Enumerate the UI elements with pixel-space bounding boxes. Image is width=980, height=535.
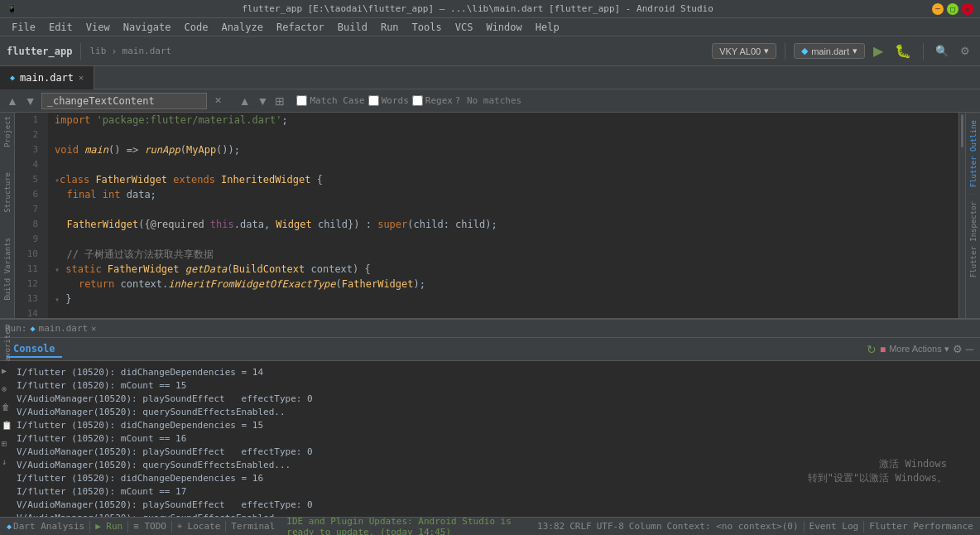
editor-area: Project Structure Build Variants Favorit… — [0, 113, 980, 318]
line-num-13: 13 — [15, 292, 43, 306]
vertical-scrollbar[interactable] — [958, 113, 965, 318]
search-everywhere-button[interactable]: 🔍 — [932, 43, 952, 59]
project-icon[interactable]: Project — [3, 116, 12, 147]
menu-tools[interactable]: Tools — [406, 20, 449, 35]
chevron-down-icon2: ▾ — [853, 46, 858, 56]
activation-line1: 激活 Windows — [808, 457, 947, 471]
run-button[interactable]: ▶ — [870, 43, 886, 59]
vky-device-button[interactable]: VKY AL00 ▾ — [712, 43, 776, 59]
minimize-button[interactable]: ─ — [932, 3, 944, 15]
code-line-10: // 子树通过该方法获取共享数据 — [55, 247, 952, 262]
search-down-button[interactable]: ▼ — [256, 94, 271, 108]
separator-status3 — [171, 521, 172, 533]
words-checkbox[interactable] — [368, 95, 379, 106]
line-num-11: 11 — [15, 262, 43, 277]
favorites-icon[interactable]: Favorites — [3, 325, 12, 366]
flutter-outline-tab[interactable]: Flutter Outline — [968, 113, 979, 194]
line-num-8: 8 — [15, 217, 43, 232]
console-minimize-button[interactable]: ─ — [966, 343, 973, 355]
menu-refactor[interactable]: Refactor — [270, 20, 331, 35]
build-variants-icon[interactable]: Build Variants — [3, 238, 12, 301]
maximize-button[interactable]: □ — [947, 3, 958, 15]
match-case-label[interactable]: Match Case — [296, 95, 364, 106]
console-line: I/flutter (10520): didChangeDependencies… — [17, 419, 977, 432]
settings-button[interactable]: ⚙ — [957, 43, 973, 59]
tab-main-dart[interactable]: ◆ main.dart ✕ — [0, 66, 94, 89]
debug-button[interactable]: 🐛 — [891, 43, 915, 59]
run-config-button[interactable]: ◆ main.dart ▾ — [794, 43, 865, 59]
code-line-2 — [55, 128, 952, 142]
line-num-6: 6 — [15, 187, 43, 202]
search-up-button[interactable]: ▲ — [238, 94, 252, 108]
separator2: › — [111, 46, 117, 57]
match-case-checkbox[interactable] — [296, 95, 307, 106]
console-line: I/flutter (10520): mCount == 15 — [17, 379, 977, 393]
left-sidebar: Project Structure Build Variants Favorit… — [0, 113, 15, 318]
more-actions-button[interactable]: More Actions ▾ — [889, 344, 949, 354]
flutter-performance-btn[interactable]: Flutter Performance — [869, 521, 973, 532]
search-close-button[interactable]: ✕ — [210, 94, 226, 108]
code-editor[interactable]: import 'package:flutter/material.dart'; … — [48, 113, 958, 318]
dart-file-icon: ◆ — [10, 73, 15, 82]
search-filter-button[interactable]: ⊞ — [273, 94, 286, 108]
status-bar: ◆ Dart Analysis ▶ Run ≡ TODO ⌖ Locate Te… — [0, 517, 980, 535]
menu-run[interactable]: Run — [374, 20, 406, 35]
search-next-button[interactable]: ▼ — [23, 94, 38, 108]
menu-build[interactable]: Build — [331, 20, 374, 35]
restart-app-button[interactable]: ↻ — [867, 343, 877, 356]
console-icon-3: 🗑 — [2, 401, 12, 414]
menu-navigate[interactable]: Navigate — [117, 20, 178, 35]
console-line: V/AudioManager(10520): playSoundEffect e… — [17, 393, 977, 406]
flutter-inspector-tab[interactable]: Flutter Inspector — [968, 194, 979, 284]
run-config-label: main.dart — [811, 46, 849, 56]
console-icon-4: 📋 — [2, 419, 12, 432]
menu-window[interactable]: Window — [479, 20, 528, 35]
line-number-gutter: 1 2 3 4 5 6 7 8 9 10 11 12 13 14 15 16 1… — [15, 113, 48, 318]
separator-status2 — [127, 521, 128, 533]
run-close-btn[interactable]: ✕ — [91, 324, 96, 333]
far-right-panel: Flutter Outline Flutter Inspector — [965, 113, 980, 318]
tab-close-button[interactable]: ✕ — [79, 73, 84, 82]
menu-code[interactable]: Code — [178, 20, 215, 35]
structure-icon[interactable]: Structure — [3, 172, 12, 213]
code-line-9 — [55, 232, 952, 247]
run-config-name: main.dart — [39, 323, 89, 334]
console-output[interactable]: ▶ ⊗ 🗑 📋 ⊞ ↓ I/flutter (10520): didChange… — [0, 361, 980, 517]
menu-file[interactable]: File — [5, 20, 42, 35]
stop-run-button[interactable]: ■ — [880, 344, 886, 355]
menu-edit[interactable]: Edit — [42, 20, 79, 35]
code-line-1: import 'package:flutter/material.dart'; — [55, 113, 952, 128]
console-tab[interactable]: Console — [7, 341, 62, 358]
activation-line2: 转到"设置"以激活 Windows。 — [808, 471, 947, 485]
dart-icon-status: ◆ — [7, 522, 12, 531]
menu-help[interactable]: Help — [529, 20, 566, 35]
console-icon-2: ⊗ — [2, 383, 12, 396]
vky-label: VKY AL00 — [719, 46, 761, 56]
regex-checkbox[interactable] — [412, 95, 423, 106]
code-line-11: ▾ static FatherWidget getData(BuildConte… — [55, 262, 952, 277]
words-label[interactable]: Words — [368, 95, 409, 106]
regex-label[interactable]: Regex ? — [412, 95, 460, 106]
scrollbar-thumb[interactable] — [961, 114, 963, 147]
dart-analysis-btn[interactable]: ◆ Dart Analysis — [7, 521, 84, 532]
search-prev-button[interactable]: ▲ — [5, 94, 20, 108]
close-button[interactable]: ✕ — [962, 3, 973, 15]
window-title: flutter_app [E:\taodai\flutter_app] – ..… — [23, 3, 932, 14]
event-log-btn[interactable]: Event Log — [809, 521, 859, 532]
ready-text: IDE and Plugin Updates: Android Studio i… — [280, 516, 532, 536]
terminal-btn[interactable]: Terminal — [231, 521, 275, 532]
code-line-3: void main() => runApp(MyApp()); — [55, 142, 952, 157]
separator-status5 — [804, 521, 805, 533]
separator-status6 — [863, 521, 864, 533]
menu-analyze[interactable]: Analyze — [214, 20, 270, 35]
console-settings-button[interactable]: ⚙ — [953, 343, 963, 355]
line-num-12: 12 — [15, 277, 43, 292]
separator1 — [80, 43, 81, 60]
menu-vcs[interactable]: VCS — [449, 20, 480, 35]
console-line: I/flutter (10520): didChangeDependencies… — [17, 366, 977, 379]
todo-btn[interactable]: ≡ TODO — [133, 521, 166, 532]
search-input[interactable] — [41, 93, 207, 109]
locate-btn[interactable]: ⌖ Locate — [177, 521, 220, 532]
menu-view[interactable]: View — [79, 20, 117, 35]
run-status-btn[interactable]: ▶ Run — [95, 521, 122, 532]
